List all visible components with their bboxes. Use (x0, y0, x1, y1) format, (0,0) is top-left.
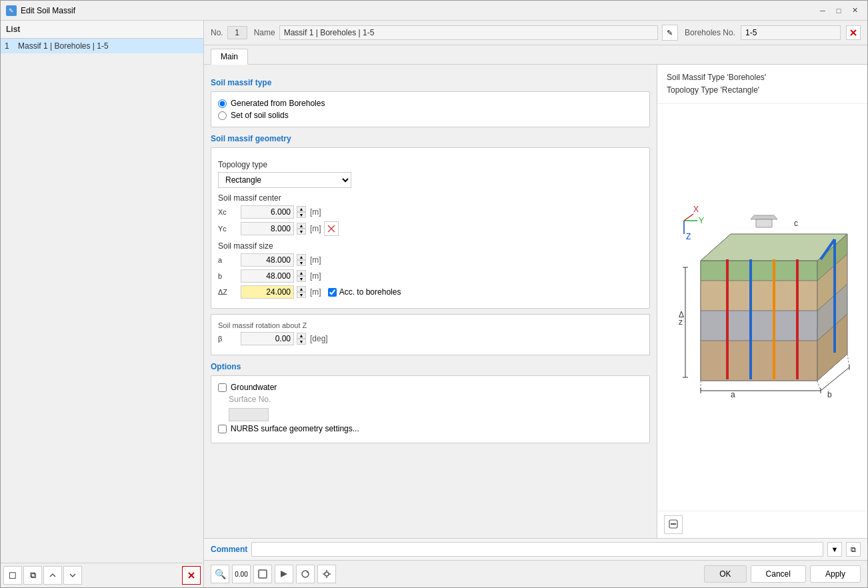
copy-item-button[interactable]: ⧉ (23, 566, 42, 585)
content-area: Soil massif type Generated from Borehole… (204, 65, 867, 538)
name-group: Name ✎ (254, 25, 678, 41)
radio-solids-label: Set of soil solids (231, 111, 289, 120)
arrow-button[interactable] (275, 565, 293, 583)
b-input[interactable] (241, 269, 294, 283)
comment-input[interactable] (251, 542, 823, 557)
minimize-button[interactable]: ─ (815, 3, 830, 18)
yc-pick-button[interactable] (324, 221, 339, 236)
preview-info: Soil Massif Type 'Boreholes' Topology Ty… (657, 65, 867, 104)
preview-settings-button[interactable] (664, 515, 683, 534)
a-unit: [m] (310, 255, 321, 265)
xc-arrows: ▲ ▼ (297, 206, 306, 218)
beta-arrows: ▲ ▼ (297, 333, 306, 345)
a-row: a ▲ ▼ [m] (218, 253, 643, 267)
close-button[interactable]: ✕ (847, 3, 862, 18)
svg-rect-33 (756, 219, 772, 227)
radio-boreholes[interactable]: Generated from Boreholes (218, 99, 643, 108)
b-down-arrow[interactable]: ▼ (297, 276, 306, 282)
delete-item-button[interactable] (182, 566, 201, 585)
beta-input[interactable] (241, 332, 294, 345)
nurbs-row: NURBS surface geometry settings... (218, 424, 643, 433)
search-button[interactable]: 🔍 (211, 565, 229, 583)
ok-button[interactable]: OK (704, 565, 746, 583)
acc-boreholes-checkbox[interactable] (328, 288, 337, 297)
nurbs-checkbox[interactable] (218, 425, 227, 433)
nurbs-label: NURBS surface geometry settings... (231, 424, 359, 433)
no-group: No. 1 (211, 26, 247, 39)
acc-boreholes-label[interactable]: Acc. to boreholes (328, 287, 401, 297)
new-item-button[interactable]: ☐ (3, 566, 22, 585)
dz-input[interactable] (241, 285, 294, 299)
move-up-button[interactable] (43, 566, 62, 585)
xc-input[interactable] (241, 205, 294, 219)
beta-unit: [deg] (310, 334, 328, 343)
rotate-button[interactable] (296, 565, 315, 583)
xc-down-arrow[interactable]: ▼ (297, 212, 306, 218)
xc-up-arrow[interactable]: ▲ (297, 206, 306, 212)
svg-marker-17 (701, 261, 817, 281)
boreholes-group: Boreholes No. (685, 25, 861, 40)
dz-arrows: ▲ ▼ (297, 286, 306, 298)
beta-up-arrow[interactable]: ▲ (297, 333, 306, 339)
maximize-button[interactable]: □ (831, 3, 846, 18)
comment-copy-button[interactable]: ⧉ (846, 542, 861, 557)
rotation-section: Soil massif rotation about Z β ▲ ▼ [deg] (211, 314, 650, 355)
topology-dropdown-row: Rectangle (218, 172, 643, 188)
svg-line-7 (684, 214, 693, 221)
yc-arrows: ▲ ▼ (297, 223, 306, 235)
xc-row: Xc ▲ ▼ [m] (218, 205, 643, 219)
no-value: 1 (227, 26, 247, 39)
a-arrows: ▲ ▼ (297, 254, 306, 266)
svg-text:b: b (827, 390, 832, 399)
options-section: Groundwater Surface No. NURBS surface ge… (211, 375, 650, 443)
radio-solids-input[interactable] (218, 111, 227, 120)
soil-massif-type-section: Generated from Boreholes Set of soil sol… (211, 91, 650, 127)
svg-text:z: z (679, 317, 683, 327)
coordinate-button[interactable]: 0.00 (232, 565, 251, 583)
yc-input[interactable] (241, 222, 294, 235)
xc-unit: [m] (310, 207, 321, 217)
apply-button[interactable]: Apply (810, 565, 861, 583)
move-down-button[interactable] (63, 566, 82, 585)
cancel-button[interactable]: Cancel (751, 565, 806, 583)
svg-line-49 (847, 354, 849, 367)
b-label: b (218, 272, 238, 280)
beta-down-arrow[interactable]: ▼ (297, 339, 306, 345)
svg-marker-19 (701, 281, 817, 311)
header-row: No. 1 Name ✎ Boreholes No. (204, 21, 867, 45)
options-title: Options (211, 362, 650, 371)
name-input[interactable] (279, 25, 658, 40)
rotation-title: Soil massif rotation about Z (218, 321, 643, 329)
radio-boreholes-input[interactable] (218, 99, 227, 108)
boreholes-input[interactable] (741, 25, 841, 40)
soil-massif-geometry-title: Soil massif geometry (211, 134, 650, 143)
list-item[interactable]: 1 Massif 1 | Boreholes | 1-5 (1, 39, 203, 53)
svg-line-48 (817, 381, 821, 391)
a-input[interactable] (241, 253, 294, 267)
clear-boreholes-button[interactable] (846, 25, 861, 40)
b-up-arrow[interactable]: ▲ (297, 270, 306, 276)
topology-type-select[interactable]: Rectangle (218, 172, 351, 188)
groundwater-checkbox[interactable] (218, 383, 227, 392)
bottom-bar: 🔍 0.00 OK C (204, 560, 867, 587)
radio-solids[interactable]: Set of soil solids (218, 111, 643, 120)
edit-name-button[interactable]: ✎ (662, 25, 678, 41)
yc-down-arrow[interactable]: ▼ (297, 229, 306, 235)
a-down-arrow[interactable]: ▼ (297, 260, 306, 266)
sidebar-list: 1 Massif 1 | Boreholes | 1-5 (1, 39, 203, 563)
yc-up-arrow[interactable]: ▲ (297, 223, 306, 229)
svg-text:a: a (731, 390, 735, 399)
tab-main[interactable]: Main (211, 49, 248, 65)
settings2-button[interactable] (317, 565, 336, 583)
dz-down-arrow[interactable]: ▼ (297, 292, 306, 298)
title-bar: ✎ Edit Soil Massif ─ □ ✕ (1, 1, 867, 21)
b-unit: [m] (310, 271, 321, 281)
surface-no-input[interactable] (229, 408, 269, 421)
svg-marker-23 (701, 341, 817, 381)
dz-up-arrow[interactable]: ▲ (297, 286, 306, 292)
comment-dropdown-button[interactable]: ▼ (827, 542, 842, 557)
b-row: b ▲ ▼ [m] (218, 269, 643, 283)
a-up-arrow[interactable]: ▲ (297, 254, 306, 260)
surface-no-input-row (229, 408, 643, 421)
select-button[interactable] (253, 565, 272, 583)
